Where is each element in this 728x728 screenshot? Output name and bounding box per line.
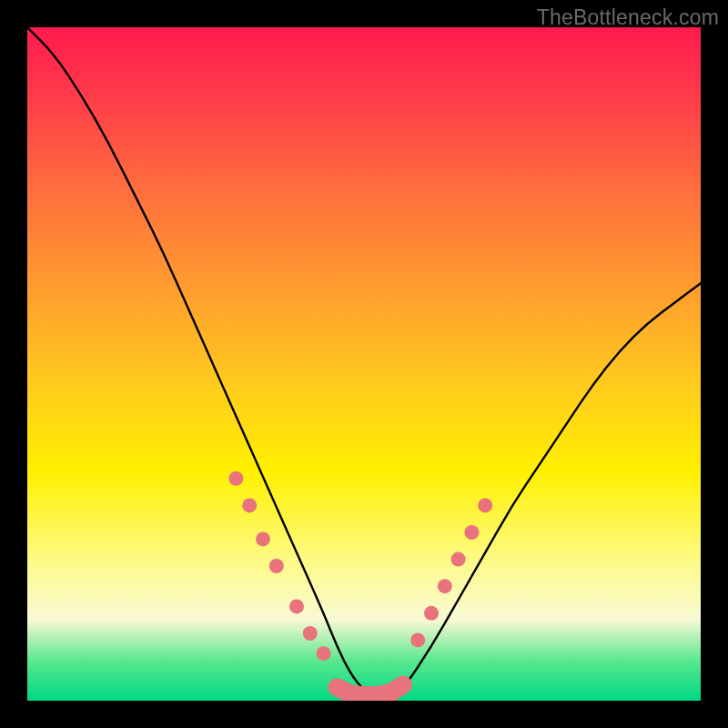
points-layer [228, 471, 492, 701]
data-point-right [464, 525, 479, 540]
bottleneck-curve [27, 27, 701, 697]
data-point-left [228, 471, 243, 486]
curve-layer [27, 27, 701, 697]
data-point-right [478, 498, 492, 512]
data-point-right [451, 552, 466, 567]
data-point-bottom [394, 675, 412, 693]
chart-container: TheBottleneck.com [0, 0, 728, 728]
data-point-left [269, 559, 284, 573]
chart-svg [27, 27, 701, 701]
data-point-left [303, 626, 318, 641]
data-point-right [424, 606, 439, 621]
data-point-left [242, 498, 257, 512]
data-point-right [410, 632, 425, 647]
data-point-left [317, 646, 331, 661]
watermark-text: TheBottleneck.com [537, 5, 719, 30]
data-point-left [289, 599, 304, 613]
data-point-right [438, 579, 452, 593]
plot-area [27, 27, 701, 701]
data-point-left [256, 531, 270, 546]
